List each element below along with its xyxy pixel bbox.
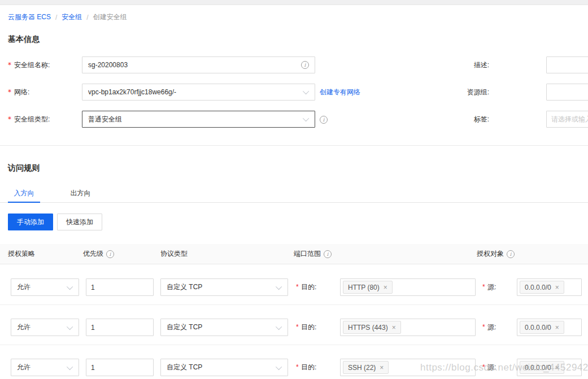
resource-group-input[interactable] — [546, 84, 588, 101]
breadcrumb-separator: / — [86, 14, 88, 21]
policy-select[interactable]: 允许 — [11, 359, 79, 376]
source-input[interactable]: 0.0.0.0/0 × — [517, 359, 582, 376]
type-info-wrapper: i — [320, 115, 328, 124]
dest-label: 目的: — [301, 319, 316, 336]
chevron-down-icon — [67, 363, 73, 369]
source-tag: 0.0.0.0/0 × — [520, 361, 564, 374]
port-tag: HTTPS (443) × — [343, 321, 401, 334]
remove-tag-icon[interactable]: × — [555, 324, 559, 331]
breadcrumb-security-group-link[interactable]: 安全组 — [62, 12, 82, 22]
column-priority: 优先级 i — [83, 244, 114, 264]
manual-add-button[interactable]: 手动添加 — [8, 214, 53, 230]
source-tag: 0.0.0.0/0 × — [520, 321, 564, 334]
remove-tag-icon[interactable]: × — [380, 364, 384, 371]
tag-label: 标签: — [433, 111, 489, 128]
security-group-type-select[interactable]: 普通安全组 — [82, 111, 315, 128]
chevron-down-icon — [67, 323, 73, 329]
security-group-name-label: *安全组名称: — [8, 56, 50, 73]
required-mark: * — [8, 88, 11, 96]
remove-tag-icon[interactable]: × — [384, 284, 387, 291]
network-label: *网络: — [8, 84, 29, 101]
source-input[interactable]: 0.0.0.0/0 × — [517, 278, 582, 296]
resource-group-label: 资源组: — [433, 84, 489, 101]
info-icon[interactable]: i — [106, 250, 114, 258]
required-mark: * — [482, 359, 485, 376]
tab-inbound[interactable]: 入方向 — [8, 186, 40, 203]
dest-label: 目的: — [301, 278, 316, 296]
description-input[interactable] — [546, 56, 588, 73]
security-group-name-value: sg-20200803 — [88, 61, 128, 69]
section-divider — [0, 145, 588, 146]
rule-row: 允许 自定义 TCP * 目的: SSH (22) × * 源: 0.0.0.0… — [0, 359, 588, 376]
dest-port-input[interactable]: HTTP (80) × — [340, 278, 476, 296]
chevron-down-icon — [276, 323, 282, 329]
column-policy: 授权策略 — [8, 244, 35, 264]
security-group-type-value: 普通安全组 — [88, 115, 300, 124]
page-top-strip — [0, 0, 588, 5]
create-vpc-link[interactable]: 创建专有网络 — [320, 84, 360, 101]
protocol-select[interactable]: 自定义 TCP — [160, 319, 288, 336]
priority-input[interactable] — [86, 359, 154, 376]
column-port-range: 端口范围 i — [294, 244, 332, 264]
chevron-down-icon — [276, 283, 282, 289]
remove-tag-icon[interactable]: × — [555, 364, 559, 371]
column-authorization-object: 授权对象 i — [477, 244, 515, 264]
column-protocol: 协议类型 — [160, 244, 188, 264]
required-mark: * — [482, 278, 485, 296]
dest-port-input[interactable]: HTTPS (443) × — [340, 319, 476, 336]
chevron-down-icon — [276, 363, 282, 369]
port-tag: HTTP (80) × — [343, 281, 393, 294]
priority-input[interactable] — [86, 278, 154, 296]
breadcrumb-separator: / — [55, 14, 57, 21]
source-label: 源: — [487, 278, 496, 296]
security-group-type-label: *安全组类型: — [8, 111, 50, 128]
description-label: 描述: — [433, 56, 489, 73]
remove-tag-icon[interactable]: × — [392, 324, 396, 331]
info-icon[interactable]: i — [324, 250, 332, 258]
protocol-select[interactable]: 自定义 TCP — [160, 278, 288, 296]
quick-add-button[interactable]: 快速添加 — [57, 214, 102, 230]
source-label: 源: — [487, 359, 496, 376]
required-mark: * — [482, 319, 485, 336]
port-tag: SSH (22) × — [343, 361, 389, 374]
dest-port-input[interactable]: SSH (22) × — [340, 359, 476, 376]
security-group-name-input[interactable]: sg-20200803 i — [82, 56, 315, 73]
required-mark: * — [296, 278, 299, 296]
row-separator — [0, 304, 588, 305]
basic-info-title: 基本信息 — [8, 34, 40, 45]
info-icon[interactable]: i — [320, 116, 328, 124]
required-mark: * — [296, 359, 299, 376]
source-tag: 0.0.0.0/0 × — [520, 281, 564, 294]
chevron-down-icon — [303, 115, 309, 121]
network-select-value: vpc-bp1ax2k70rfjjc18we66g/- — [88, 88, 300, 96]
source-input[interactable]: 0.0.0.0/0 × — [517, 319, 582, 336]
chevron-down-icon — [67, 283, 73, 289]
source-label: 源: — [487, 319, 496, 336]
breadcrumb-ecs-link[interactable]: 云服务器 ECS — [8, 12, 51, 22]
row-separator — [0, 345, 588, 345]
rule-row: 允许 自定义 TCP * 目的: HTTP (80) × * 源: 0.0.0.… — [0, 278, 588, 296]
breadcrumb-current: 创建安全组 — [93, 12, 127, 22]
info-icon[interactable]: i — [507, 250, 515, 258]
access-rules-title: 访问规则 — [8, 163, 40, 173]
required-mark: * — [296, 319, 299, 336]
protocol-select[interactable]: 自定义 TCP — [160, 359, 288, 376]
breadcrumb: 云服务器 ECS / 安全组 / 创建安全组 — [8, 12, 127, 22]
network-select[interactable]: vpc-bp1ax2k70rfjjc18we66g/- — [82, 84, 315, 101]
tab-outbound[interactable]: 出方向 — [64, 186, 97, 202]
info-icon[interactable]: i — [301, 61, 309, 69]
required-mark: * — [8, 61, 11, 69]
required-mark: * — [8, 115, 11, 123]
tag-input[interactable] — [546, 111, 588, 128]
priority-input[interactable] — [86, 319, 154, 336]
dest-label: 目的: — [301, 359, 316, 376]
direction-tabs: 入方向 出方向 — [0, 186, 588, 203]
create-security-group-page: 云服务器 ECS / 安全组 / 创建安全组 基本信息 *安全组名称: sg-2… — [0, 0, 588, 379]
rules-table-header: 授权策略 优先级 i 协议类型 端口范围 i 授权对象 i — [0, 244, 588, 264]
chevron-down-icon — [303, 88, 309, 94]
rule-row: 允许 自定义 TCP * 目的: HTTPS (443) × * 源: 0.0.… — [0, 319, 588, 336]
remove-tag-icon[interactable]: × — [555, 284, 559, 291]
policy-select[interactable]: 允许 — [11, 278, 79, 296]
policy-select[interactable]: 允许 — [11, 319, 79, 336]
